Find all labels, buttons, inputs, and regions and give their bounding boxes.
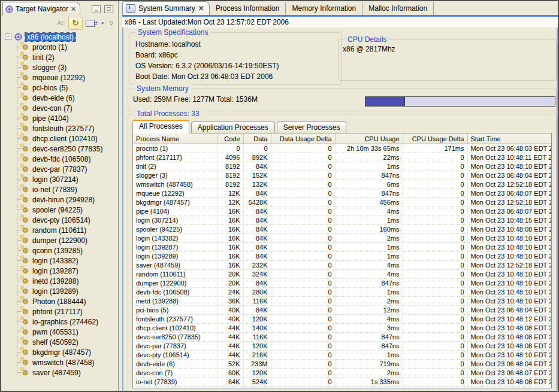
table-row[interactable]: slogger (3) 8192 152K 0 847ns 0 Mon Oct …	[133, 171, 552, 180]
col-cpu-usage[interactable]: CPU Usage	[335, 133, 403, 144]
tree-item[interactable]: tinit (2)	[12, 52, 118, 62]
tree-item[interactable]: pci-bios (5)	[12, 83, 118, 93]
tree-item[interactable]: mqueue (12292)	[12, 72, 118, 83]
tree-item-label: dumper (122900)	[32, 236, 87, 245]
close-tab-icon[interactable]: ✕	[198, 4, 204, 13]
table-row[interactable]: devc-pty (106514) 44K 216K 0 1ms 0 Mon O…	[133, 351, 552, 360]
cell-cpu-usage-delta: 0	[403, 243, 467, 252]
view-menu-icon[interactable]: ▽	[109, 20, 113, 26]
tree-item[interactable]: phfont (217117)	[12, 306, 118, 317]
tree-item[interactable]: login (139287)	[12, 266, 118, 276]
tree-root-label[interactable]: x86 (localhost)	[25, 33, 75, 41]
table-row[interactable]: spooler (94225) 16K 84K 0 160ms 0 Mon Oc…	[133, 225, 552, 234]
os-version-text: OS Version: 6.3.2 (2006/03/16-14:19:50ES…	[135, 60, 342, 71]
cell-process-name: mqueue (12292)	[133, 189, 217, 198]
table-row[interactable]: pci-bios (5) 40K 84K 0 12ms 0 Mon Oct 23…	[133, 306, 552, 315]
table-row[interactable]: fontsleuth (237577) 40K 120K 0 4ms 0 Mon…	[133, 315, 552, 324]
table-row[interactable]: mqueue (12292) 12K 84K 0 847ns 0 Mon Oct…	[133, 189, 552, 198]
tree-item[interactable]: login (143382)	[12, 256, 118, 266]
tree-item[interactable]: inetd (139288)	[12, 276, 118, 286]
tree-item[interactable]: bkgdmgr (487457)	[12, 347, 118, 357]
minimize-icon[interactable]: ▁	[92, 5, 101, 13]
tree-item[interactable]: devb-fdc (106508)	[12, 154, 118, 164]
tree-item-label: login (307214)	[32, 175, 78, 184]
table-row[interactable]: dhcp.client (102410) 44K 140K 0 3ms 0 Mo…	[133, 324, 552, 333]
table-row[interactable]: procnto (1) 0 0 0 2h 10m 33s 65ms 171ms …	[133, 144, 552, 153]
col-code[interactable]: Code	[217, 133, 243, 144]
collapse-icon[interactable]: −	[5, 34, 11, 40]
tab-malloc-information[interactable]: Malloc Information	[362, 2, 434, 15]
table-row[interactable]: tinit (2) 8192 84K 0 1ms 0 Mon Oct 23 10…	[133, 162, 552, 171]
tree-item[interactable]: pwm (405531)	[12, 327, 118, 337]
table-row[interactable]: dumper (122900) 20K 84K 0 847ns 0 Mon Oc…	[133, 279, 552, 288]
table-row[interactable]: phfont (217117) 4096 892K 0 22ms 0 Mon O…	[133, 153, 552, 162]
tree-item[interactable]: pipe (4104)	[12, 113, 118, 123]
tree-item[interactable]: slogger (3)	[12, 62, 118, 72]
subtab-all-processes[interactable]: All Processes	[132, 120, 189, 133]
tree-item[interactable]: io-graphics (274462)	[12, 317, 118, 327]
table-row[interactable]: login (143382) 16K 84K 0 2ms 0 Mon Oct 2…	[133, 234, 552, 243]
col-data-usage-delta[interactable]: Data Usage Delta	[271, 133, 335, 144]
col-data[interactable]: Data	[243, 133, 271, 144]
close-view-icon[interactable]: ✕	[71, 5, 76, 13]
tab-system-summary[interactable]: System Summary ✕	[122, 1, 210, 15]
tree-item[interactable]: fontsleuth (237577)	[12, 123, 118, 133]
table-row[interactable]: Photon (188444) 68K 116K 0 11ms 0 Mon Oc…	[133, 387, 552, 389]
tree-item[interactable]: dumper (122900)	[12, 235, 118, 245]
tree-item[interactable]: wmswitch (487458)	[12, 357, 118, 367]
maximize-icon[interactable]: ▢	[104, 5, 113, 13]
total-processes-group: Total Processes: 33 All Processes Applic…	[128, 114, 557, 390]
connect-target-icon[interactable]: ⇄	[86, 20, 97, 27]
subtab-server-processes[interactable]: Server Processes	[277, 121, 347, 133]
col-start-time[interactable]: Start Time	[467, 133, 552, 144]
tree-item[interactable]: io-net (77839)	[12, 184, 118, 195]
table-row[interactable]: random (110611) 20K 324K 0 4ms 0 Mon Oct…	[133, 270, 552, 279]
tree-item[interactable]: devc-ser8250 (77835)	[12, 144, 118, 154]
subtab-application-processes[interactable]: Application Processes	[191, 121, 275, 133]
table-row[interactable]: saver (487459) 16K 232K 0 4ms 0 Mon Oct …	[133, 261, 552, 270]
system-memory-group: System Memory Used: 259M Free: 1277M Tot…	[128, 89, 557, 111]
table-row[interactable]: devb-eide (6) 52K 233M 0 719ms 0 Mon Oct…	[133, 360, 552, 369]
cell-data-usage-delta: 0	[271, 306, 335, 315]
tree-item[interactable]: devc-pty (106514)	[12, 215, 118, 225]
table-row[interactable]: login (139287) 16K 84K 0 1ms 0 Mon Oct 2…	[133, 243, 552, 252]
tab-process-information[interactable]: Process Information	[210, 2, 286, 15]
table-row[interactable]: wmswitch (487458) 8192 132K 0 6ms 0 Mon …	[133, 180, 552, 189]
tree-item[interactable]: devi-hirun (294928)	[12, 195, 118, 205]
table-row[interactable]: io-net (77839) 64K 524K 0 1s 335ms 0 Mon…	[133, 378, 552, 387]
table-row[interactable]: bkgdmgr (487457) 12K 5428K 0 456ms 0 Mon…	[133, 198, 552, 207]
tree-item[interactable]: procnto (1)	[12, 42, 118, 52]
target-navigator-tab[interactable]: Target Navigator ✕	[2, 2, 80, 16]
tree-item[interactable]: saver (487459)	[12, 367, 118, 378]
tree-item[interactable]: random (110611)	[12, 225, 118, 235]
col-process-name[interactable]: Process Name	[133, 133, 217, 144]
tree-item[interactable]: dhcp.client (102410)	[12, 133, 118, 144]
tree-item[interactable]: devb-eide (6)	[12, 93, 118, 103]
table-row[interactable]: inetd (139288) 36K 116K 0 2ms 0 Mon Oct …	[133, 297, 552, 306]
table-row[interactable]: devc-con (7) 60K 120K 0 2ms 0 Mon Oct 23…	[133, 369, 552, 378]
refresh-icon[interactable]: ↻	[68, 17, 83, 30]
tree-item[interactable]: devc-par (77837)	[12, 164, 118, 174]
tree-item-label: pwm (405531)	[32, 328, 78, 336]
cell-process-name: devb-eide (6)	[133, 360, 217, 369]
tree-item[interactable]: login (139289)	[12, 286, 118, 296]
table-row[interactable]: login (307214) 16K 84K 0 1ms 0 Mon Oct 2…	[133, 216, 552, 225]
tree-item[interactable]: qconn (139285)	[12, 245, 118, 256]
connect-target-dropdown-icon[interactable]: ▾	[102, 21, 104, 26]
table-row[interactable]: devc-par (77837) 44K 120K 0 847ns 0 Mon …	[133, 342, 552, 351]
sort-icon[interactable]: Az↑	[58, 20, 66, 26]
table-row[interactable]: devb-fdc (106508) 24K 280K 0 1ms 0 Mon O…	[133, 288, 552, 297]
cell-code: 64K	[217, 378, 243, 387]
tree-item[interactable]: spooler (94225)	[12, 205, 118, 215]
cell-cpu-usage-delta: 0	[403, 261, 467, 270]
tree-item[interactable]: devc-con (7)	[12, 103, 118, 113]
tree-item[interactable]: Photon (188444)	[12, 296, 118, 306]
table-row[interactable]: pipe (4104) 16K 84K 0 4ms 0 Mon Oct 23 0…	[133, 207, 552, 216]
tree-item[interactable]: login (307214)	[12, 174, 118, 184]
tree-item[interactable]: shelf (450592)	[12, 337, 118, 347]
col-cpu-usage-delta[interactable]: CPU Usage Delta	[403, 133, 467, 144]
table-row[interactable]: devc-ser8250 (77835) 44K 116K 0 847ns 0 …	[133, 333, 552, 342]
tab-memory-information[interactable]: Memory Information	[286, 2, 362, 15]
table-row[interactable]: login (139289) 16K 84K 0 1ms 0 Mon Oct 2…	[133, 252, 552, 261]
cell-data-usage-delta: 0	[271, 189, 335, 198]
